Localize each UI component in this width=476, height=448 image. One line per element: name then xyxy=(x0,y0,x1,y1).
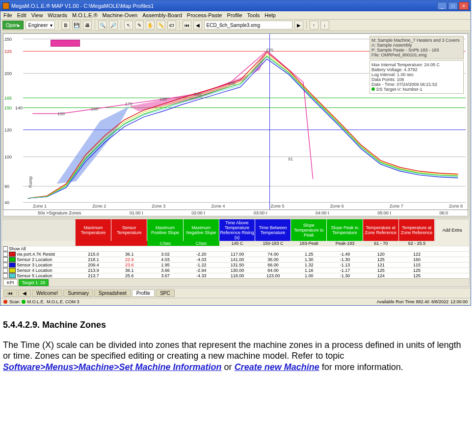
menu-machine[interactable]: Machine-Oven xyxy=(103,12,138,18)
row-checkbox[interactable] xyxy=(3,252,8,257)
open-button[interactable]: Open▸ xyxy=(2,21,24,29)
tag-icon[interactable]: 🏷 xyxy=(167,21,176,29)
tab-summary[interactable]: Summary xyxy=(63,290,93,297)
stats-header: Maximum Temperature Sensor Temperature M… xyxy=(2,219,469,241)
print-icon[interactable]: 🖶 xyxy=(83,21,92,29)
cell: 122 xyxy=(399,252,435,257)
info-target: DS Target-V: Number-1 xyxy=(376,87,423,92)
tab-welcome[interactable]: Welcome! xyxy=(32,290,62,297)
menu-help[interactable]: Help xyxy=(264,12,276,18)
row-checkbox[interactable] xyxy=(3,273,8,278)
cell: 1.16 xyxy=(291,268,327,273)
table-row: via port.4.7K Resist215.036.13.02-2.2011… xyxy=(2,251,469,257)
cursor-line[interactable] xyxy=(269,34,270,210)
cell: 213.9 xyxy=(76,268,111,273)
col-tz1[interactable]: Temperature at Zone Reference xyxy=(363,219,399,241)
col-slope-peak[interactable]: Slope Peak to Temperature xyxy=(327,219,363,241)
menu-tools[interactable]: Tools xyxy=(247,12,260,18)
menu-file[interactable]: File xyxy=(3,12,12,18)
row-label: Sensor 3 Location xyxy=(17,263,53,267)
cell: 4.03 xyxy=(147,257,183,262)
menu-profile[interactable]: Profile xyxy=(227,12,242,18)
menu-assembly[interactable]: Assembly-Board xyxy=(142,12,182,18)
nav-first-icon[interactable]: ⏮ xyxy=(3,290,17,297)
row-checkbox[interactable] xyxy=(3,257,8,262)
cell: 1.25 xyxy=(291,252,327,257)
col-max-temp[interactable]: Maximum Temperature xyxy=(76,219,111,241)
menu-process[interactable]: Process-Paste xyxy=(187,12,222,18)
menu-mole[interactable]: M.O.L.E.® xyxy=(72,12,98,18)
toolbar: Open▸ Engineer ▾ 🗎 💾 🖶 🔍 🔎 ↖ ✎ ✋ 📏 🏷 ⏮ ◀… xyxy=(0,20,471,31)
tab-spc[interactable]: SPC xyxy=(156,290,175,297)
y-tick: 40 xyxy=(4,200,9,205)
link-set-machine-info[interactable]: Software>Menus>Machine>Set Machine Infor… xyxy=(3,362,222,372)
profile-chart[interactable]: 250 225 200 165 150 140 120 100 90 40 xyxy=(3,33,468,210)
cell: 121 xyxy=(363,263,399,267)
speed-tag[interactable] xyxy=(51,40,80,47)
tab-profile[interactable]: Profile xyxy=(132,290,155,297)
table-row: Sensor 2 Location218.122.94.03-4.03141.0… xyxy=(2,257,469,262)
measure-icon[interactable]: 📏 xyxy=(157,21,165,29)
nav-prev-icon[interactable]: ◀ xyxy=(18,290,31,297)
nav-prev-icon[interactable]: ◀ xyxy=(193,21,202,29)
add-extra-button[interactable]: Add Extra xyxy=(435,219,469,241)
nav-first-icon[interactable]: ⏮ xyxy=(183,21,191,29)
new-icon[interactable]: 🗎 xyxy=(61,21,70,29)
tab-spreadsheet[interactable]: Spreadsheet xyxy=(94,290,131,297)
info-maxtemp: Max Internal Temperature: 24.05 C xyxy=(371,62,462,67)
info-machine: M: Sample Machine_7 Heaters and 3 Covers xyxy=(371,38,462,43)
row-checkbox[interactable] xyxy=(3,268,8,273)
row-checkbox[interactable] xyxy=(3,263,8,267)
x-tick: 05:00 t xyxy=(377,211,391,215)
cell: 117.00 xyxy=(219,252,255,257)
y-tick: 200 xyxy=(4,71,12,76)
cell: 36.00 xyxy=(255,257,291,262)
tab-kpi[interactable]: KPI xyxy=(3,279,18,286)
col-neg-slope[interactable]: Maximum Negative Slope xyxy=(184,219,219,241)
cell: 125 xyxy=(399,273,435,278)
file-combo[interactable]: ECD_6ch_Sample3.xmg xyxy=(204,21,292,29)
cell: 123.00 xyxy=(255,273,291,278)
color-chip xyxy=(9,273,16,278)
x-tick: 03:00 t xyxy=(254,211,267,215)
show-all-checkbox[interactable] xyxy=(3,246,8,251)
down-arrow-icon[interactable]: ↓ xyxy=(320,21,329,29)
col-tz2[interactable]: Temperature at Zone Reference xyxy=(399,219,435,241)
cell: 1.30 xyxy=(291,257,327,262)
nav-next-icon[interactable]: ▶ xyxy=(294,21,303,29)
cell: 3.66 xyxy=(147,268,183,273)
col-time-between[interactable]: Time Between Temperature xyxy=(255,219,291,241)
menubar: File Edit View Wizards M.O.L.E.® Machine… xyxy=(0,11,471,20)
info-battery: Battery Voltage: 4.3792 xyxy=(371,67,462,72)
zoom-out-icon[interactable]: 🔎 xyxy=(109,21,118,29)
save-icon[interactable]: 💾 xyxy=(72,21,81,29)
maximize-button[interactable]: □ xyxy=(448,2,458,10)
col-time-above[interactable]: Time Above Temperature Reference Rising … xyxy=(219,219,255,241)
x-tick: 04:00 t xyxy=(316,211,329,215)
role-combo[interactable]: Engineer ▾ xyxy=(26,21,54,29)
ramp-label: Ramp xyxy=(28,176,33,188)
zoom-in-icon[interactable]: 🔍 xyxy=(98,21,107,29)
cell: -1.30 xyxy=(327,257,363,262)
cell: 141.00 xyxy=(219,257,255,262)
menu-edit[interactable]: Edit xyxy=(17,12,26,18)
close-button[interactable]: × xyxy=(459,2,469,10)
link-create-new-machine[interactable]: Create new Machine xyxy=(235,362,319,372)
tab-target[interactable]: Target 1: 29 xyxy=(19,279,49,286)
up-arrow-icon[interactable]: ↑ xyxy=(310,21,318,29)
col-slope-to-peak[interactable]: Slope Temperature to Peak xyxy=(291,219,327,241)
info-interval: Log Interval: 1.00 sec xyxy=(371,72,462,77)
minimize-button[interactable]: _ xyxy=(437,2,447,10)
info-box: M: Sample Machine_7 Heaters and 3 Covers… xyxy=(370,36,464,94)
menu-wizards[interactable]: Wizards xyxy=(48,12,67,18)
col-pos-slope[interactable]: Maximum Positive Slope xyxy=(147,219,183,241)
col-sensor-temp[interactable]: Sensor Temperature xyxy=(111,219,147,241)
cursor-icon[interactable]: ↖ xyxy=(124,21,133,29)
y-tick: 100 xyxy=(4,155,12,159)
table-row: Sensor 5 Location213.725.63.67-4.33118.0… xyxy=(2,273,469,278)
note-icon[interactable]: ✎ xyxy=(135,21,144,29)
row-label: Sensor 2 Location xyxy=(17,257,53,262)
hand-icon[interactable]: ✋ xyxy=(146,21,155,29)
info-paste: P: Sample Paste - SnPb 183 - 183 xyxy=(371,48,462,53)
menu-view[interactable]: View xyxy=(31,12,43,18)
